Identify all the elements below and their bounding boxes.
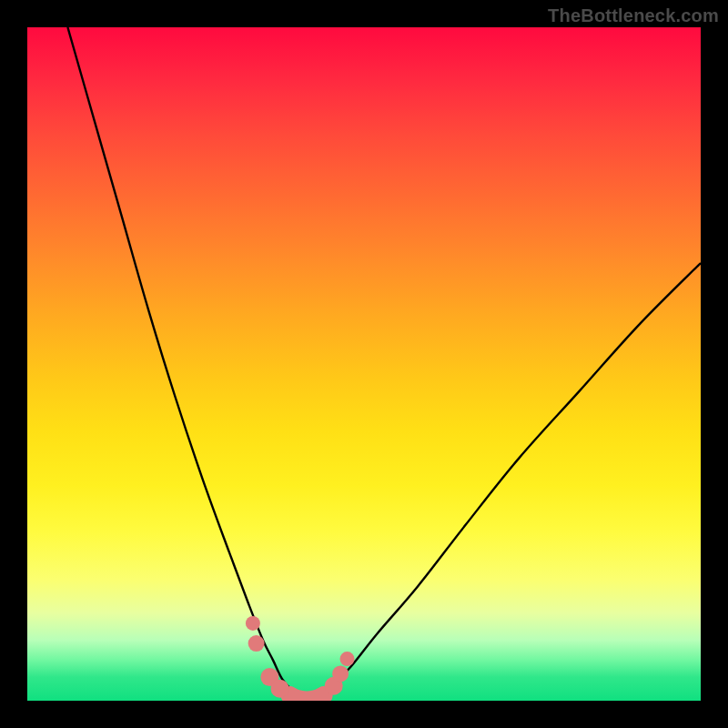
valley-dot <box>246 616 260 631</box>
valley-pill <box>290 695 324 700</box>
left-branch-curve <box>67 27 309 701</box>
chart-frame: TheBottleneck.com <box>0 0 728 728</box>
watermark-text: TheBottleneck.com <box>548 5 719 26</box>
valley-dot <box>271 680 289 698</box>
valley-dot <box>340 652 355 666</box>
curve-layer <box>27 27 701 701</box>
right-branch-curve <box>310 263 701 701</box>
valley-dot <box>332 665 349 682</box>
valley-markers-group <box>246 616 355 701</box>
valley-dot <box>248 635 265 652</box>
plot-area <box>27 27 701 701</box>
